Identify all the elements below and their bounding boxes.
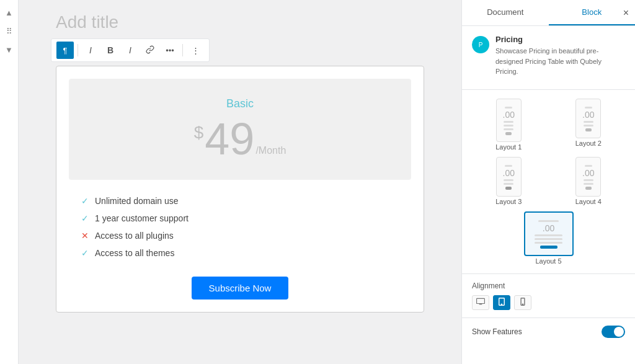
mobile-icon [520, 298, 525, 308]
layout-3-line-1 [504, 179, 513, 181]
nav-down-icon[interactable]: ▼ [2, 42, 17, 57]
layout-3-line-2 [504, 183, 513, 185]
svg-point-4 [501, 304, 502, 304]
toolbar-separator-1 [78, 44, 78, 56]
layout-3-line-title [505, 165, 512, 167]
alignment-section: Alignment [462, 274, 635, 318]
layout-2-thumb[interactable]: .00 [575, 99, 601, 138]
block-description: Showcase Pricing in beautiful pre-design… [495, 46, 625, 77]
feature-text-4: Access to all themes [95, 248, 174, 258]
layout-1-btn [505, 132, 512, 135]
layout-1-line-2 [504, 125, 513, 127]
title-bar: Add title [19, 0, 461, 38]
link-icon [146, 45, 154, 56]
feature-text-1: Unlimited domain use [95, 196, 179, 206]
layout-1-thumb[interactable]: .00 [496, 99, 522, 142]
align-tablet-button[interactable] [493, 295, 510, 310]
price-period: /Month [255, 145, 286, 156]
feature-text-3: Access to all plugins [95, 231, 174, 241]
sidebar-tabs: Document Block × [462, 0, 635, 26]
layout-1-line-1 [504, 121, 513, 123]
svg-point-6 [522, 304, 523, 304]
layout-4-inner: .00 [580, 162, 597, 191]
layout-5-label: Layout 5 [535, 257, 561, 265]
left-sidebar: ▲ ⠿ ▼ [0, 0, 19, 364]
link-button[interactable] [141, 42, 159, 59]
pricing-card: Basic $ 49 /Month ✓ Unlimited domain use… [56, 66, 424, 313]
block-wrapper: Basic $ 49 /Month ✓ Unlimited domain use… [19, 66, 461, 313]
bold-button[interactable]: B [102, 42, 119, 59]
editor-area: Add title ¶ I B I ••• ⋮ [19, 0, 461, 364]
layout-1-line-title [505, 107, 512, 109]
tab-document[interactable]: Document [462, 0, 549, 25]
tab-block[interactable]: Block [549, 0, 636, 25]
layout-2-line-2 [584, 125, 593, 127]
block-icon-letter: P [479, 42, 483, 48]
subscribe-button[interactable]: Subscribe Now [192, 277, 289, 300]
layout-4-price: .00 [582, 169, 594, 177]
button-wrapper: Subscribe Now [69, 277, 411, 300]
plan-name: Basic [81, 97, 399, 110]
check-icon-2: ✓ [81, 213, 89, 223]
layout-5-inner: .00 [529, 218, 569, 250]
layout-2-line-title [585, 107, 592, 109]
layout-5-wrap: .00 Layout 5 [472, 211, 625, 265]
block-info-section: P Pricing Showcase Pricing in beautiful … [462, 26, 635, 90]
alignment-label: Alignment [472, 282, 625, 290]
feature-item: ✓ 1 year customer support [81, 210, 399, 227]
layout-1-inner: .00 [500, 104, 517, 136]
more-options-button[interactable]: ••• [161, 42, 179, 59]
layout-3-thumb[interactable]: .00 [496, 157, 522, 197]
layout-5-thumb[interactable]: .00 [524, 211, 574, 256]
block-info: P Pricing Showcase Pricing in beautiful … [472, 35, 625, 77]
price-number: 49 [205, 117, 254, 161]
layout-1-wrap: .00 Layout 1 [472, 99, 546, 151]
oblique-icon: I [129, 45, 131, 55]
align-desktop-button[interactable] [472, 295, 489, 310]
show-features-toggle[interactable] [602, 326, 625, 338]
tablet-icon [499, 298, 505, 308]
layout-2-wrap: .00 Layout 2 [552, 99, 626, 151]
page-title[interactable]: Add title [56, 12, 424, 32]
layout-2-price: .00 [582, 110, 594, 119]
layout-2-label: Layout 2 [575, 140, 602, 147]
layout-4-label: Layout 4 [575, 198, 602, 205]
layout-1-price: .00 [503, 110, 515, 119]
block-toolbar: ¶ I B I ••• ⋮ [51, 38, 210, 62]
layout-4-wrap: .00 Layout 4 [552, 157, 626, 205]
layout-5-line-2 [535, 238, 562, 240]
more-icon: ••• [166, 46, 174, 55]
check-icon-1: ✓ [81, 196, 89, 206]
layout-4-line-title [585, 165, 592, 167]
nav-up-icon[interactable]: ▲ [2, 5, 17, 20]
block-type-icon: ¶ [63, 46, 68, 55]
block-type-button[interactable]: ¶ [56, 42, 74, 59]
layout-5-line-title [538, 220, 559, 222]
layout-1-line-3 [504, 128, 513, 130]
layouts-grid: .00 Layout 1 .00 Layout 2 [462, 90, 635, 274]
layout-3-label: Layout 3 [495, 198, 522, 205]
pricing-header: Basic $ 49 /Month [69, 79, 411, 180]
italic-icon: I [89, 45, 92, 55]
kebab-icon: ⋮ [192, 46, 200, 55]
align-mobile-button[interactable] [514, 295, 531, 310]
close-button[interactable]: × [623, 8, 629, 18]
layout-5-line-3 [535, 242, 562, 244]
drag-handle-icon[interactable]: ⠿ [2, 24, 17, 38]
feature-text-2: 1 year customer support [95, 213, 189, 223]
layout-3-inner: .00 [500, 162, 517, 191]
layout-3-btn [505, 187, 512, 190]
layout-1-label: Layout 1 [495, 143, 522, 151]
feature-item: ✓ Access to all themes [81, 244, 399, 262]
feature-item: ✕ Access to all plugins [81, 227, 399, 244]
bold-icon: B [107, 45, 113, 55]
layout-4-btn [585, 187, 592, 190]
features-list: ✓ Unlimited domain use ✓ 1 year customer… [69, 192, 411, 262]
oblique-button[interactable]: I [122, 42, 139, 59]
layout-4-thumb[interactable]: .00 [575, 157, 601, 197]
cross-icon-3: ✕ [81, 231, 89, 241]
layout-4-line-1 [584, 179, 593, 181]
block-icon: P [472, 36, 489, 53]
italic-button[interactable]: I [82, 42, 99, 59]
kebab-menu-button[interactable]: ⋮ [187, 42, 204, 59]
